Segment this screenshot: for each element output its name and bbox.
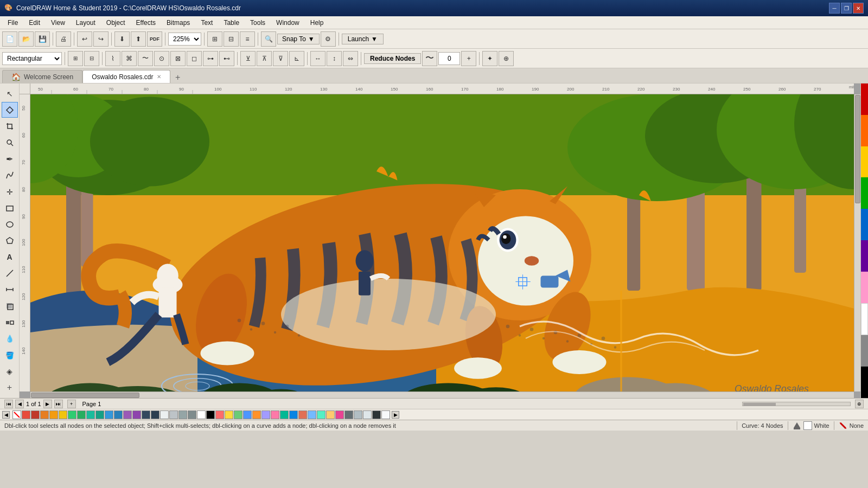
scroll-thumb-vertical[interactable] <box>855 95 860 203</box>
node-btn9[interactable]: ⊶ <box>203 51 218 66</box>
palette-color-7[interactable] <box>86 410 95 419</box>
palette-color-34[interactable] <box>335 410 344 419</box>
add-page-btn[interactable]: + <box>67 400 76 408</box>
tab-close-icon[interactable]: ✕ <box>157 74 161 80</box>
shape-select[interactable]: Rectangular Rounded <box>2 52 62 65</box>
node-btn5[interactable]: 〜 <box>138 51 153 66</box>
next-page-btn[interactable]: ▶ <box>43 400 52 408</box>
node-edit-tool-btn[interactable] <box>2 102 18 118</box>
node-plus-btn[interactable]: + <box>461 51 476 66</box>
swatch-purple[interactable] <box>861 240 868 272</box>
palette-color-29[interactable] <box>289 410 298 419</box>
import-button[interactable]: ⬇ <box>114 31 130 47</box>
scrollbar-vertical[interactable] <box>854 94 860 391</box>
reduce-nodes-button[interactable]: Reduce Nodes <box>364 53 421 64</box>
close-button[interactable]: ✕ <box>853 3 864 14</box>
palette-color-39[interactable] <box>381 410 390 419</box>
swatch-white[interactable] <box>861 303 868 336</box>
palette-color-25[interactable] <box>252 410 261 419</box>
palette-color-26[interactable] <box>261 410 270 419</box>
node-btn1[interactable]: ⊞ <box>68 51 83 66</box>
palette-color-30[interactable] <box>298 410 307 419</box>
polygon-tool-btn[interactable] <box>2 233 18 248</box>
prev-page-btn[interactable]: ◀ <box>15 400 24 408</box>
palette-color-20[interactable] <box>206 410 215 419</box>
palette-color-9[interactable] <box>105 410 113 419</box>
palette-color-0[interactable] <box>22 410 30 419</box>
node-btn15[interactable]: ↔ <box>310 51 326 66</box>
first-page-btn[interactable]: ⏮ <box>4 400 13 408</box>
palette-color-38[interactable] <box>372 410 381 419</box>
select-tool-btn[interactable]: ↖ <box>2 86 18 101</box>
palette-next-btn[interactable]: ▶ <box>392 411 399 419</box>
redo-button[interactable]: ↪ <box>93 31 108 47</box>
swatch-green[interactable] <box>861 177 868 209</box>
menu-view[interactable]: View <box>46 18 71 28</box>
last-page-btn[interactable]: ⏭ <box>54 400 63 408</box>
node-btn12[interactable]: ⊼ <box>257 51 272 66</box>
palette-color-23[interactable] <box>234 410 242 419</box>
smart-draw-btn[interactable] <box>2 168 18 183</box>
swatch-black[interactable] <box>861 367 868 398</box>
menu-layout[interactable]: Layout <box>71 18 101 28</box>
node-btn14[interactable]: ⊾ <box>289 51 304 66</box>
palette-color-36[interactable] <box>354 410 362 419</box>
palette-color-27[interactable] <box>271 410 279 419</box>
text-tool-btn[interactable]: A <box>2 249 18 265</box>
scrollbar-horizontal[interactable] <box>30 391 854 398</box>
palette-color-17[interactable] <box>178 410 187 419</box>
palette-color-35[interactable] <box>344 410 353 419</box>
palette-color-8[interactable] <box>95 410 104 419</box>
new-button[interactable]: 📄 <box>2 31 17 47</box>
palette-color-21[interactable] <box>215 410 224 419</box>
node-btn4[interactable]: ⌘ <box>122 51 137 66</box>
node-btn16[interactable]: ↕ <box>327 51 342 66</box>
move-tool-btn[interactable]: ✛ <box>2 184 18 200</box>
export-button[interactable]: ⬆ <box>131 31 146 47</box>
freehand-tool-btn[interactable]: ✒ <box>2 151 18 167</box>
palette-color-31[interactable] <box>308 410 316 419</box>
node-elastic-btn[interactable]: ✦ <box>482 51 497 66</box>
palette-color-11[interactable] <box>123 410 132 419</box>
menu-bitmaps[interactable]: Bitmaps <box>161 18 195 28</box>
restore-button[interactable]: ❐ <box>841 3 852 14</box>
snap-to-button[interactable]: Snap To ▼ <box>277 34 320 44</box>
rectangle-tool-btn[interactable] <box>2 200 18 216</box>
palette-color-28[interactable] <box>280 410 289 419</box>
line-tool-btn[interactable] <box>2 266 18 281</box>
palette-color-18[interactable] <box>188 410 196 419</box>
menu-help[interactable]: Help <box>305 18 329 28</box>
canvas-area[interactable]: Oswaldo Rosales <box>30 94 854 391</box>
menu-tools[interactable]: Tools <box>245 18 271 28</box>
eyedropper-tool-btn[interactable]: 💧 <box>2 331 18 346</box>
add-tab-button[interactable]: + <box>173 72 183 83</box>
swatch-blue[interactable] <box>861 209 868 240</box>
save-button[interactable]: 💾 <box>35 31 50 47</box>
node-btn13[interactable]: ⊽ <box>273 51 288 66</box>
tab-file[interactable]: Oswaldo Rosales.cdr ✕ <box>82 70 170 83</box>
blend-tool-btn[interactable] <box>2 314 18 330</box>
palette-color-1[interactable] <box>31 410 40 419</box>
view-btn3[interactable]: ≡ <box>240 31 255 47</box>
palette-color-4[interactable] <box>59 410 67 419</box>
mag-btn[interactable]: 🔍 <box>261 31 276 47</box>
zoom-select[interactable]: 225% 100% 50% <box>168 33 201 46</box>
palette-color-13[interactable] <box>142 410 150 419</box>
smooth-icon[interactable]: 〜 <box>422 51 437 66</box>
palette-color-2[interactable] <box>40 410 49 419</box>
ellipse-tool-btn[interactable] <box>2 216 18 232</box>
palette-color-32[interactable] <box>317 410 326 419</box>
swatch-yellow[interactable] <box>861 146 868 178</box>
node-btn17[interactable]: ⇔ <box>343 51 358 66</box>
no-fill-swatch[interactable] <box>12 410 21 419</box>
add-tool-btn[interactable]: + <box>2 380 18 396</box>
palette-prev-btn[interactable]: ◀ <box>2 411 10 419</box>
menu-edit[interactable]: Edit <box>23 18 46 28</box>
tab-welcome[interactable]: 🏠 Welcome Screen <box>2 70 82 83</box>
palette-color-33[interactable] <box>326 410 335 419</box>
node-btn8[interactable]: ◻ <box>187 51 202 66</box>
pdf-button[interactable]: PDF <box>147 31 162 47</box>
palette-color-6[interactable] <box>77 410 86 419</box>
node-btn2[interactable]: ⊟ <box>84 51 99 66</box>
palette-color-19[interactable] <box>197 410 206 419</box>
